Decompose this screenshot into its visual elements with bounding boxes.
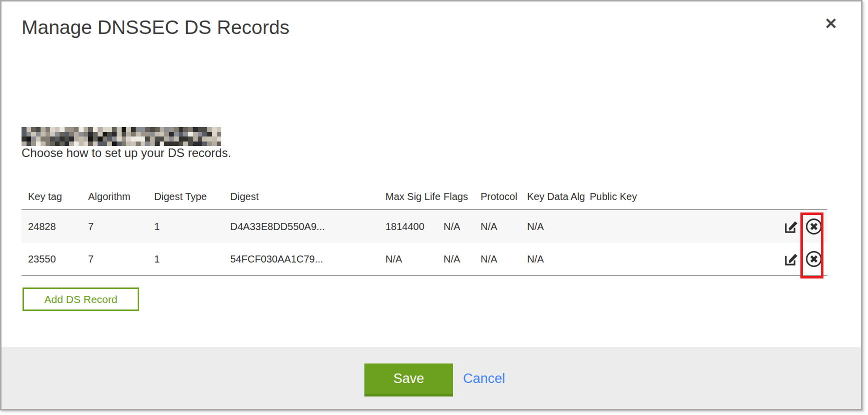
- table-row: 24828 7 1 D4A33E8DD550A9... 1814400 N/A …: [22, 210, 827, 243]
- col-header-public-key: Public Key: [590, 191, 781, 202]
- edit-record-button[interactable]: [781, 250, 800, 268]
- circle-x-icon: [805, 250, 823, 268]
- delete-record-button[interactable]: [804, 250, 823, 268]
- col-header-digest: Digest: [230, 191, 385, 202]
- row-actions: [781, 217, 827, 236]
- edit-pencil-icon: [783, 252, 799, 267]
- cell-digest-type: 1: [154, 254, 230, 265]
- col-header-flags: Flags: [444, 191, 481, 202]
- add-ds-record-button[interactable]: Add DS Record: [23, 288, 139, 311]
- modal-footer: Save Cancel: [2, 347, 861, 409]
- cell-key-tag: 24828: [28, 221, 88, 232]
- col-header-key-tag: Key tag: [28, 191, 88, 202]
- cell-max-sig-life: 1814400: [385, 221, 444, 232]
- cell-key-data-alg: N/A: [527, 221, 590, 232]
- table-row: 23550 7 1 54FCF030AA1C79... N/A N/A N/A …: [22, 243, 827, 276]
- col-header-key-data-alg: Key Data Alg: [527, 191, 590, 202]
- circle-x-icon: [805, 218, 823, 236]
- cancel-link[interactable]: Cancel: [463, 371, 505, 386]
- table-header-row: Key tag Algorithm Digest Type Digest Max…: [22, 184, 827, 210]
- cell-algorithm: 7: [88, 254, 154, 265]
- delete-record-button[interactable]: [804, 217, 823, 236]
- cell-flags: N/A: [444, 254, 481, 265]
- col-header-max-sig-life: Max Sig Life: [385, 191, 444, 202]
- edit-record-button[interactable]: [781, 217, 800, 236]
- screen: Manage DNSSEC DS Records ✕ Choose how to…: [0, 0, 868, 415]
- close-button[interactable]: ✕: [820, 12, 842, 34]
- col-header-protocol: Protocol: [481, 191, 527, 202]
- col-header-digest-type: Digest Type: [154, 191, 230, 202]
- domain-name-redacted: [22, 127, 221, 146]
- cell-algorithm: 7: [88, 221, 154, 232]
- edit-pencil-icon: [783, 219, 799, 234]
- save-button[interactable]: Save: [364, 364, 453, 396]
- manage-dnssec-modal: Manage DNSSEC DS Records ✕ Choose how to…: [0, 0, 862, 410]
- col-header-algorithm: Algorithm: [88, 191, 154, 202]
- cell-protocol: N/A: [481, 254, 527, 265]
- row-actions: [781, 250, 827, 268]
- cell-digest: 54FCF030AA1C79...: [230, 254, 385, 265]
- modal-title: Manage DNSSEC DS Records: [22, 16, 289, 38]
- cell-digest: D4A33E8DD550A9...: [230, 221, 385, 232]
- cell-digest-type: 1: [154, 221, 230, 232]
- cell-flags: N/A: [444, 221, 481, 232]
- close-icon: ✕: [824, 16, 837, 32]
- cell-max-sig-life: N/A: [385, 254, 444, 265]
- cell-key-data-alg: N/A: [527, 254, 590, 265]
- cell-key-tag: 23550: [28, 254, 88, 265]
- cell-protocol: N/A: [481, 221, 527, 232]
- instruction-text: Choose how to set up your DS records.: [22, 146, 231, 160]
- ds-records-table: Key tag Algorithm Digest Type Digest Max…: [22, 184, 827, 276]
